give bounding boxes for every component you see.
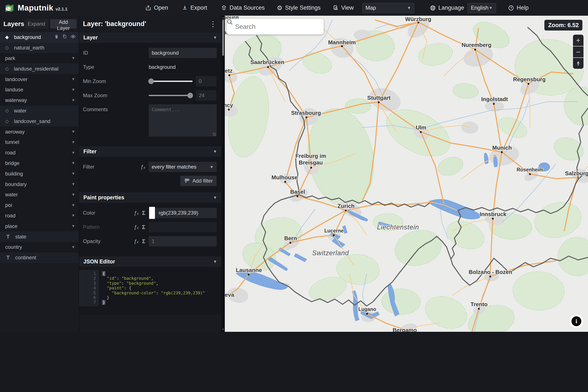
tilt-button[interactable]: ▲▼ (573, 58, 584, 69)
layer-row-landcover[interactable]: landcover▼ (0, 74, 79, 84)
search-icon (227, 19, 233, 26)
diamond-icon: ◆ (5, 35, 9, 40)
layer-row-background[interactable]: ◆background (0, 32, 79, 42)
layer-row-country[interactable]: country▼ (0, 242, 79, 252)
language-select[interactable]: English ▼ (468, 3, 496, 13)
zoom-function-icon[interactable]: Σ (142, 238, 145, 244)
slider-knob[interactable] (187, 93, 193, 98)
max-zoom-slider[interactable] (149, 95, 193, 96)
layer-row-road[interactable]: road▼ (0, 210, 79, 221)
expand-button[interactable]: Expand (24, 19, 48, 28)
scroll-up-icon[interactable]: ▲ (221, 16, 225, 19)
chevron-down-icon[interactable]: ▼ (71, 213, 75, 218)
table-plus-icon (184, 178, 190, 184)
map-search[interactable] (227, 19, 324, 34)
zoom-out-button[interactable]: − (573, 46, 584, 58)
city-label: Stuttgart (367, 94, 390, 101)
toggle-visibility-icon[interactable] (70, 34, 76, 40)
layer-row-place[interactable]: place▼ (0, 221, 79, 231)
json-code[interactable]: { "id": "background", "type": "backgroun… (99, 270, 221, 306)
chevron-down-icon[interactable]: ▼ (71, 88, 75, 92)
section-body-filter: Filter ƒx every filter matches ▼ Add fil… (79, 157, 221, 192)
function-icon[interactable]: ƒx (141, 164, 145, 170)
id-field[interactable] (149, 48, 217, 58)
chevron-down-icon: ▼ (213, 36, 217, 40)
section-header-json[interactable]: JSON Editor ▼ (79, 256, 221, 267)
layer-row-road[interactable]: road▼ (0, 148, 79, 158)
view-button[interactable]: View (333, 4, 354, 11)
view-mode-select[interactable]: Map ▼ (362, 3, 414, 13)
layer-row-state[interactable]: Tstate (0, 231, 79, 242)
chevron-down-icon[interactable]: ▼ (71, 172, 75, 176)
layer-row-continent[interactable]: Tcontinent (0, 252, 79, 263)
layer-row-water[interactable]: water▼ (0, 190, 79, 200)
max-zoom-field[interactable] (196, 90, 216, 101)
color-field[interactable] (149, 208, 217, 218)
export-button[interactable]: Export (182, 4, 207, 11)
attribution-info-button[interactable]: i (570, 314, 583, 328)
style-settings-button[interactable]: ⚙ Style Settings (277, 4, 321, 11)
search-input[interactable] (235, 23, 319, 30)
pattern-field[interactable] (149, 222, 217, 232)
layer-row-natural_earth[interactable]: ◇natural_earth (0, 42, 79, 53)
min-zoom-field[interactable] (196, 76, 216, 86)
map-canvas[interactable]: WürzburgMannheimNurembergSaarbrückenRege… (225, 16, 588, 332)
json-editor[interactable]: 1234567 { "id": "background", "type": "b… (79, 267, 221, 315)
download-icon (182, 5, 188, 11)
layer-row-landuse[interactable]: landuse▼ (0, 84, 79, 95)
editor-scrollbar[interactable]: ▲ ▼ (221, 16, 225, 332)
layer-row-tunnel[interactable]: tunnel▼ (0, 137, 79, 148)
chevron-down-icon[interactable]: ▼ (71, 224, 75, 228)
section-header-layer[interactable]: Layer ▼ (79, 32, 221, 43)
data-sources-button[interactable]: Data Sources (221, 4, 265, 11)
chevron-down-icon[interactable]: ▼ (71, 161, 75, 165)
function-icon[interactable]: ƒx (134, 210, 139, 216)
city-dot (489, 276, 491, 278)
layer-row-landcover_sand[interactable]: ◇landcover_sand (0, 116, 79, 126)
layer-row-building[interactable]: building▼ (0, 168, 79, 179)
min-zoom-slider[interactable] (149, 81, 193, 82)
function-icon[interactable]: ƒx (134, 238, 139, 244)
chevron-down-icon[interactable]: ▼ (71, 140, 75, 144)
layer-row-aeroway[interactable]: aeroway▼ (0, 126, 79, 137)
opacity-field[interactable] (149, 236, 217, 246)
filter-combinator-select[interactable]: every filter matches ▼ (149, 162, 217, 172)
layer-row-bridge[interactable]: bridge▼ (0, 158, 79, 168)
add-layer-button[interactable]: Add Layer (50, 19, 76, 28)
layer-label: road (5, 150, 15, 156)
layer-row-waterway[interactable]: waterway▼ (0, 95, 79, 106)
chevron-down-icon[interactable]: ▼ (71, 77, 75, 82)
city-dot (529, 173, 531, 175)
chevron-down-icon[interactable]: ▼ (71, 192, 75, 197)
layer-row-park[interactable]: park▼ (0, 53, 79, 64)
section-header-paint[interactable]: Paint properties ▼ (79, 192, 221, 203)
layer-row-water[interactable]: ◇water (0, 106, 79, 116)
kebab-menu-icon[interactable]: ⋮ (209, 20, 217, 28)
layer-row-landuse_residential[interactable]: ◇landuse_residential (0, 64, 79, 74)
chevron-down-icon[interactable]: ▼ (71, 150, 75, 155)
chevron-down-icon[interactable]: ▼ (71, 245, 75, 250)
scroll-down-icon[interactable]: ▼ (221, 328, 225, 331)
language-button[interactable]: Language (430, 4, 464, 11)
zoom-in-button[interactable]: + (573, 34, 584, 46)
chevron-down-icon[interactable]: ▼ (71, 203, 75, 208)
open-button[interactable]: Open (145, 4, 168, 11)
help-button[interactable]: ? Help (508, 4, 529, 11)
tilt-icon: ▲▼ (576, 61, 580, 66)
layer-row-poi[interactable]: poi▼ (0, 200, 79, 210)
color-swatch[interactable] (149, 207, 155, 219)
slider-knob[interactable] (148, 78, 154, 84)
duplicate-layer-icon[interactable] (62, 34, 67, 40)
zoom-function-icon[interactable]: Σ (142, 210, 145, 216)
scrollbar-thumb[interactable] (222, 20, 224, 56)
section-header-filter[interactable]: Filter ▼ (79, 146, 221, 157)
chevron-down-icon[interactable]: ▼ (71, 98, 75, 102)
add-filter-button[interactable]: Add filter (180, 176, 217, 186)
comments-field[interactable] (149, 104, 217, 136)
layer-label: waterway (5, 97, 27, 103)
chevron-down-icon[interactable]: ▼ (71, 182, 75, 186)
chevron-down-icon[interactable]: ▼ (71, 130, 75, 134)
chevron-down-icon[interactable]: ▼ (71, 56, 75, 60)
delete-layer-icon[interactable] (54, 34, 59, 40)
layer-row-boundary[interactable]: boundary▼ (0, 179, 79, 190)
